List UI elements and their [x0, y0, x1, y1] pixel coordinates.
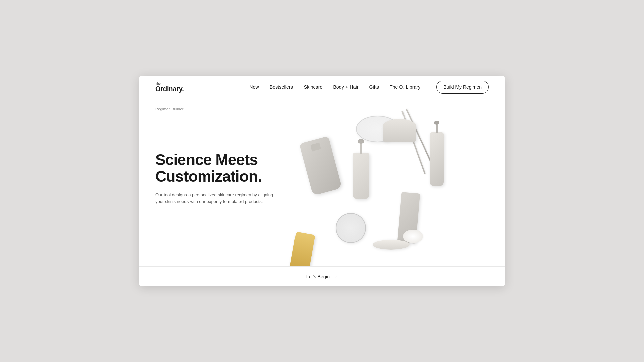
nav-item-library[interactable]: The O. Library — [390, 84, 420, 90]
hero-section: Regimen Builder Science Meets Customizat… — [139, 99, 505, 266]
brand-logo[interactable]: The Ordinary. — [155, 82, 184, 92]
hero-subtitle: Our tool designs a personalized skincare… — [155, 192, 276, 206]
nav-link-bestsellers[interactable]: Bestsellers — [270, 84, 293, 90]
nav-link-library[interactable]: The O. Library — [390, 84, 420, 90]
hero-content: Regimen Builder Science Meets Customizat… — [139, 99, 505, 226]
lets-begin-label: Let's Begin — [306, 274, 330, 279]
nav-links: New Bestsellers Skincare Body + Hair Gif… — [249, 81, 489, 94]
product-serum-bottle — [288, 231, 315, 266]
navbar: The Ordinary. New Bestsellers Skincare B… — [139, 76, 505, 99]
nav-item-new[interactable]: New — [249, 84, 259, 90]
lets-begin-link[interactable]: Let's Begin → — [306, 274, 338, 280]
nav-item-gifts[interactable]: Gifts — [369, 84, 379, 90]
nav-item-skincare[interactable]: Skincare — [304, 84, 323, 90]
hero-title-line1: Science Meets — [155, 151, 258, 168]
product-disc — [373, 240, 410, 250]
product-cream-blob — [403, 230, 423, 243]
nav-link-body-hair[interactable]: Body + Hair — [333, 84, 358, 90]
hero-title: Science Meets Customization. — [155, 151, 289, 185]
nav-link-gifts[interactable]: Gifts — [369, 84, 379, 90]
browser-window: The Ordinary. New Bestsellers Skincare B… — [139, 76, 505, 286]
logo-ordinary: Ordinary. — [155, 85, 184, 92]
nav-item-bestsellers[interactable]: Bestsellers — [270, 84, 293, 90]
page-footer: Let's Begin → — [139, 266, 505, 286]
arrow-right-icon: → — [332, 274, 338, 280]
nav-link-new[interactable]: New — [249, 84, 259, 90]
nav-item-body-hair[interactable]: Body + Hair — [333, 84, 358, 90]
breadcrumb: Regimen Builder — [155, 107, 489, 111]
build-regimen-button[interactable]: Build My Regimen — [436, 81, 489, 94]
nav-link-skincare[interactable]: Skincare — [304, 84, 323, 90]
hero-title-line2: Customization. — [155, 168, 262, 185]
nav-item-cta[interactable]: Build My Regimen — [431, 81, 489, 94]
